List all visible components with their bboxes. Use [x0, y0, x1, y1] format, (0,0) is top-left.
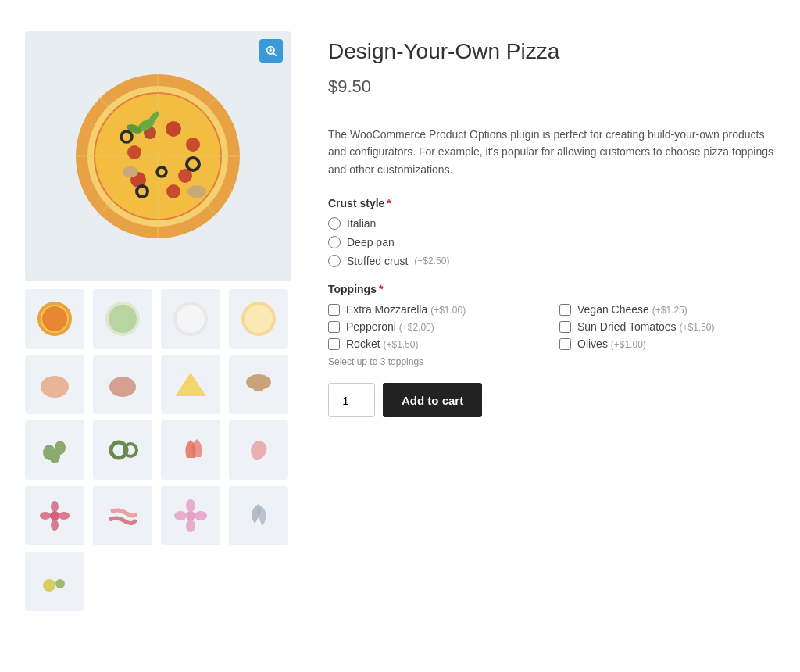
topping-vegan-cheese-checkbox[interactable] — [559, 304, 571, 316]
topping-vegan-cheese[interactable]: Vegan Cheese (+$1.25) — [559, 303, 775, 316]
svg-point-46 — [49, 449, 60, 463]
topping-extra-mozz[interactable]: Extra Mozzarella (+$1.00) — [328, 303, 544, 316]
thumb-bacon[interactable] — [93, 486, 152, 545]
product-info: Design-Your-Own Pizza $9.50 The WooComme… — [328, 31, 775, 611]
thumb-leaves[interactable] — [229, 486, 288, 545]
svg-point-34 — [109, 305, 137, 333]
zoom-icon — [265, 45, 277, 57]
topping-pepperoni-checkbox[interactable] — [328, 321, 340, 333]
topping-pepperoni[interactable]: Pepperoni (+$2.00) — [328, 320, 544, 333]
svg-point-53 — [59, 512, 70, 520]
svg-point-54 — [186, 511, 195, 520]
topping-olives-label: Olives (+$1.00) — [577, 338, 646, 350]
thumb-mushroom[interactable] — [229, 355, 288, 414]
product-page: Design-Your-Own Pizza $9.50 The WooComme… — [25, 31, 775, 611]
topping-sun-dried-label: Sun Dried Tomatoes (+$1.50) — [577, 320, 715, 333]
svg-rect-43 — [254, 382, 263, 391]
svg-point-49 — [50, 511, 59, 520]
svg-point-59 — [43, 579, 55, 592]
main-image — [25, 31, 291, 281]
topping-rocket-checkbox[interactable] — [328, 338, 340, 350]
price-divider — [328, 113, 775, 113]
crust-label: Crust style * — [328, 197, 775, 209]
svg-point-32 — [42, 306, 67, 331]
svg-point-60 — [55, 579, 65, 588]
thumb-small[interactable] — [25, 552, 84, 611]
thumb-olive1[interactable] — [25, 420, 84, 480]
topping-pepperoni-label: Pepperoni (+$2.00) — [346, 320, 434, 333]
svg-point-17 — [127, 145, 141, 159]
svg-point-12 — [166, 121, 181, 137]
svg-point-36 — [177, 305, 205, 333]
svg-point-38 — [245, 305, 273, 333]
svg-point-51 — [51, 520, 59, 531]
thumb-flower1[interactable] — [25, 486, 84, 545]
thumb-shrimp[interactable] — [229, 420, 288, 480]
svg-point-57 — [174, 511, 187, 520]
crust-italian[interactable]: Italian — [328, 217, 775, 230]
product-gallery — [25, 31, 291, 611]
thumb-green[interactable] — [93, 289, 152, 349]
product-description: The WooCommerce Product Options plugin i… — [328, 126, 775, 178]
thumbnails-grid — [25, 289, 291, 611]
thumb-white[interactable] — [161, 289, 220, 349]
svg-point-13 — [186, 138, 200, 152]
svg-rect-29 — [127, 172, 134, 177]
svg-point-56 — [186, 520, 195, 532]
svg-line-1 — [273, 53, 277, 56]
svg-point-18 — [166, 184, 180, 198]
svg-point-50 — [51, 501, 59, 512]
add-to-cart-button[interactable]: Add to cart — [383, 383, 482, 417]
topping-olives-checkbox[interactable] — [559, 338, 571, 350]
thumb-dough1[interactable] — [25, 355, 84, 414]
svg-point-39 — [41, 376, 69, 398]
crust-deeppan-label: Deep pan — [347, 236, 395, 248]
toppings-option-group: Toppings * Extra Mozzarella (+$1.00) Veg… — [328, 283, 775, 367]
svg-marker-41 — [175, 373, 206, 396]
zoom-button[interactable] — [259, 39, 283, 63]
topping-extra-mozz-label: Extra Mozzarella (+$1.00) — [346, 303, 466, 316]
thumb-olive2[interactable] — [93, 420, 152, 480]
product-price: $9.50 — [328, 77, 775, 97]
crust-stuffed-radio[interactable] — [328, 255, 341, 267]
topping-sun-dried[interactable]: Sun Dried Tomatoes (+$1.50) — [559, 320, 775, 333]
quantity-input[interactable] — [328, 383, 375, 417]
topping-olives[interactable]: Olives (+$1.00) — [559, 338, 775, 350]
toppings-required-star: * — [379, 283, 383, 295]
topping-vegan-cheese-label: Vegan Cheese (+$1.25) — [577, 303, 688, 316]
svg-point-40 — [109, 377, 136, 397]
topping-rocket[interactable]: Rocket (+$1.50) — [328, 338, 544, 350]
svg-point-58 — [195, 511, 207, 520]
crust-deeppan-radio[interactable] — [328, 236, 341, 248]
toppings-label: Toppings * — [328, 283, 775, 295]
thumb-dough2[interactable] — [93, 355, 152, 414]
crust-stuffed-addon: (+$2.50) — [414, 256, 449, 266]
product-title: Design-Your-Own Pizza — [328, 39, 775, 64]
topping-extra-mozz-checkbox[interactable] — [328, 304, 340, 316]
topping-sun-dried-checkbox[interactable] — [559, 321, 571, 333]
svg-point-52 — [40, 512, 51, 520]
svg-point-55 — [186, 499, 195, 512]
thumb-pepper[interactable] — [161, 420, 220, 480]
toppings-note: Select up to 3 toppings — [328, 356, 775, 367]
crust-italian-label: Italian — [347, 217, 376, 230]
topping-rocket-label: Rocket (+$1.50) — [346, 338, 419, 350]
crust-deeppan[interactable]: Deep pan — [328, 236, 775, 248]
svg-rect-27 — [193, 191, 201, 198]
toppings-grid: Extra Mozzarella (+$1.00) Vegan Cheese (… — [328, 303, 775, 350]
thumb-plain[interactable] — [229, 289, 288, 349]
crust-option-group: Crust style * Italian Deep pan Stuffed c… — [328, 197, 775, 267]
cart-row: Add to cart — [328, 383, 775, 417]
crust-stuffed-label: Stuffed crust — [347, 255, 408, 267]
thumb-pizza[interactable] — [25, 289, 84, 349]
crust-italian-radio[interactable] — [328, 217, 341, 230]
crust-required-star: * — [387, 197, 391, 209]
pizza-image — [72, 70, 244, 242]
thumb-cheese[interactable] — [161, 355, 220, 414]
crust-stuffed[interactable]: Stuffed crust (+$2.50) — [328, 255, 775, 267]
thumb-flower2[interactable] — [161, 486, 220, 545]
